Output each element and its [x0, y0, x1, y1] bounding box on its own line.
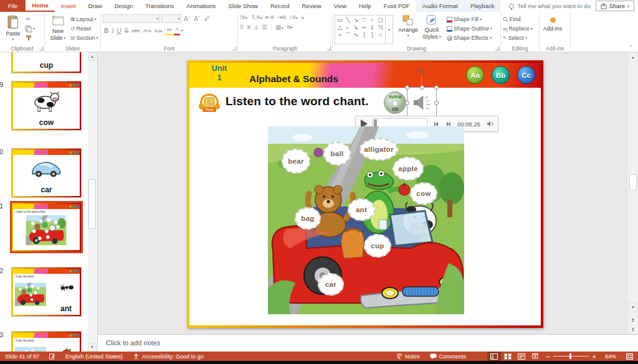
- speaker-icon[interactable]: [412, 93, 431, 112]
- selection-handle[interactable]: [434, 85, 439, 90]
- notes-toggle-button[interactable]: Notes: [391, 352, 425, 361]
- add-ins-button[interactable]: Add-ins: [541, 14, 564, 44]
- thumbnail-slide-42[interactable]: Color the word. ant: [12, 268, 81, 316]
- tab-foxit-pdf[interactable]: Foxit PDF: [378, 0, 416, 12]
- scroll-up-button[interactable]: ▲: [628, 52, 638, 62]
- shape-triangle-icon[interactable]: △: [338, 24, 342, 30]
- font-dialog-launcher[interactable]: [232, 47, 236, 50]
- format-painter-button[interactable]: [26, 34, 35, 42]
- shape-fill-button[interactable]: Shape Fill▾: [447, 16, 492, 23]
- selection-handle[interactable]: [405, 85, 409, 90]
- shape-textbox-icon[interactable]: ▭: [337, 17, 343, 23]
- tab-slide-show[interactable]: Slide Show: [222, 0, 264, 12]
- thumb-scroll-thumb[interactable]: [88, 179, 96, 229]
- word-bubble[interactable]: cup: [364, 234, 391, 258]
- scroll-down-button[interactable]: ▼: [628, 302, 638, 312]
- highlight-color-button[interactable]: ab: [165, 26, 173, 35]
- shape-brace-right-icon[interactable]: }: [371, 32, 373, 38]
- tab-audio-format[interactable]: Audio Format: [416, 0, 464, 12]
- shape-right-arrow-icon[interactable]: ⇨: [362, 24, 367, 30]
- tell-me-box[interactable]: Tell me what you want to do: [500, 0, 590, 12]
- letter-button-bb[interactable]: Bb: [492, 66, 510, 84]
- shapes-gallery[interactable]: ▭╲↘□○▢ △⌐↳⇨⇩◹ ≈⌒∿{}☆: [335, 15, 386, 44]
- accessibility-status[interactable]: Accessibility: Good to go: [128, 352, 209, 361]
- layout-button[interactable]: ▦Layout▾: [70, 16, 98, 23]
- tab-record[interactable]: Record: [264, 0, 296, 12]
- shape-arrow-icon[interactable]: ↘: [354, 17, 359, 23]
- scroll-thumb[interactable]: [629, 174, 637, 190]
- selection-handle[interactable]: [434, 101, 439, 105]
- language-status[interactable]: English (United States): [60, 352, 128, 361]
- shape-effects-button[interactable]: Shape Effects▾: [447, 34, 492, 42]
- word-bubble[interactable]: bear: [282, 149, 310, 174]
- slide-canvas[interactable]: Unit 1 Alphabet & Sounds Aa Bb Cc 2 Trac…: [187, 60, 543, 328]
- thumb-scroll-up-button[interactable]: ▲: [88, 52, 97, 61]
- selection-handle[interactable]: [405, 101, 409, 105]
- cut-button[interactable]: ✂: [26, 16, 35, 23]
- zoom-in-button[interactable]: +: [593, 353, 596, 360]
- shape-corner-icon[interactable]: ◹: [378, 24, 383, 30]
- paste-button[interactable]: Paste ▾: [2, 14, 24, 44]
- letter-button-aa[interactable]: Aa: [466, 66, 484, 84]
- shape-down-arrow-icon[interactable]: ⇩: [370, 24, 375, 30]
- editor-scrollbar[interactable]: ▲ ▼ ▲▲ ▼▼: [628, 52, 638, 334]
- shape-elbow-arrow-icon[interactable]: ↳: [354, 24, 359, 30]
- find-button[interactable]: Find: [503, 16, 533, 23]
- rotate-handle[interactable]: ↻: [417, 67, 424, 76]
- paragraph-dialog-launcher[interactable]: [327, 47, 331, 50]
- reset-button[interactable]: ↺Reset: [70, 25, 98, 32]
- numbering-button[interactable]: ⒈≡▾: [250, 14, 262, 21]
- scene-image[interactable]: bear ball alligator apple cow ant bag cu…: [268, 126, 464, 314]
- align-left-button[interactable]: ⫪: [240, 24, 244, 30]
- shapes-more-button[interactable]: ▾: [386, 15, 393, 44]
- line-spacing-button[interactable]: ↕≡▾: [289, 14, 298, 21]
- shape-star-icon[interactable]: ☆: [378, 32, 383, 38]
- zoom-slider[interactable]: − +: [542, 353, 600, 360]
- tab-transitions[interactable]: Transitions: [139, 0, 180, 12]
- strikethrough-button[interactable]: S: [123, 27, 130, 35]
- thumbnail-slide-43[interactable]: Color the word.: [12, 332, 81, 352]
- text-shadow-button[interactable]: abc: [130, 27, 141, 35]
- word-bubble[interactable]: apple: [393, 157, 424, 180]
- replace-button[interactable]: ab̲Replace▾: [503, 25, 533, 32]
- thumbnail-slide-39[interactable]: cow: [12, 82, 81, 130]
- smartart-button[interactable]: ⧉▾: [287, 25, 293, 30]
- word-bubble[interactable]: ball: [323, 142, 351, 166]
- tab-design[interactable]: Design: [108, 0, 140, 12]
- volume-button[interactable]: [487, 118, 494, 129]
- bold-button[interactable]: B: [103, 27, 110, 35]
- clipboard-dialog-launcher[interactable]: [39, 47, 43, 50]
- view-normal-button[interactable]: [487, 352, 501, 361]
- decrease-indent-button[interactable]: ⇤≡: [265, 14, 274, 21]
- tab-view[interactable]: View: [328, 0, 353, 12]
- grow-font-button[interactable]: A˄: [183, 14, 191, 23]
- drawing-dialog-launcher[interactable]: [495, 47, 499, 50]
- arrange-button[interactable]: Arrange ▾: [397, 14, 419, 44]
- zoom-level[interactable]: 84%: [600, 352, 621, 361]
- word-bubble[interactable]: alligator: [359, 138, 398, 161]
- shape-outline-button[interactable]: Shape Outline▾: [447, 25, 492, 32]
- clear-formatting-button[interactable]: 🖉: [202, 14, 211, 22]
- character-spacing-button[interactable]: AV▾: [141, 27, 152, 35]
- word-bubble[interactable]: cow: [410, 182, 437, 205]
- tab-help[interactable]: Help: [353, 0, 378, 12]
- tab-home[interactable]: Home: [26, 0, 54, 12]
- columns-button[interactable]: ▥▾: [275, 24, 283, 30]
- tab-review[interactable]: Review: [296, 0, 328, 12]
- previous-slide-button[interactable]: ▲▲: [628, 315, 638, 325]
- quick-styles-button[interactable]: Quick Styles▾: [421, 14, 443, 44]
- thumbnail-slide-40[interactable]: car: [12, 149, 81, 197]
- shape-curve-icon[interactable]: ∿: [354, 32, 359, 38]
- collapse-ribbon-button[interactable]: ⌃: [629, 45, 633, 50]
- thumbnail-slide-38[interactable]: cup: [12, 52, 81, 73]
- font-name-combo[interactable]: ▾: [103, 14, 160, 23]
- selection-handle[interactable]: [420, 85, 424, 90]
- notes-pane[interactable]: Click to add notes: [98, 334, 638, 352]
- align-center-button[interactable]: ≡: [247, 24, 251, 30]
- increase-indent-button[interactable]: ⇥≡: [277, 14, 286, 21]
- copy-button[interactable]: ▾: [26, 25, 35, 32]
- shape-arc-icon[interactable]: ⌒: [345, 31, 351, 39]
- comments-toggle-button[interactable]: Comments: [425, 352, 472, 361]
- thumbnail-slide-41-selected[interactable]: Listen to the word chant.: [12, 203, 81, 251]
- next-slide-button[interactable]: ▼▼: [628, 325, 638, 335]
